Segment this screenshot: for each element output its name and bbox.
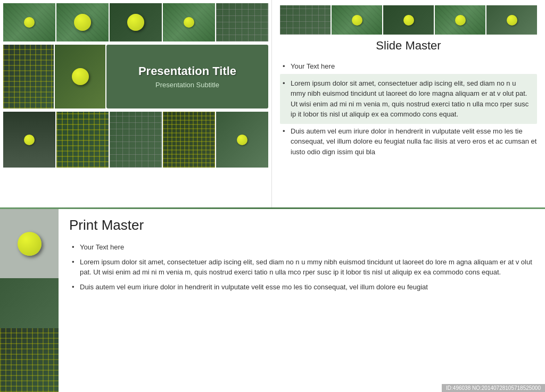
watermark: ID:496038 NO:20140728105718525000 [442,384,545,392]
thumb-8 [3,112,55,168]
thumb-5 [216,3,268,41]
top-image-row3 [0,110,271,171]
thumb-1 [3,3,55,41]
print-master-section: Print Master Your Text here Lorem ipsum … [0,209,545,392]
slide-master-title: Slide Master [280,39,537,53]
pm-ball-image [0,209,59,278]
slide-master-panel: Slide Master Your Text here Lorem ipsum … [271,0,545,207]
presentation-subtitle: Presentation Subtitle [155,81,219,89]
thumb-7 [55,45,105,109]
print-master-bullets: Your Text here Lorem ipsum dolor sit ame… [69,240,534,294]
bullet-3: Duis autem vel eum iriure dolor in hendr… [280,124,537,160]
bullet-2: Lorem ipsum dolor sit amet, consectetuer… [280,74,537,124]
print-master-images [0,209,59,392]
top-image-row2: Presentation Title Presentation Subtitle [0,43,271,110]
thumb-3 [110,3,162,41]
presentation-title: Presentation Title [138,64,236,78]
pm-racket-image [0,328,59,392]
pm-bullet-3: Duis autem vel eum iriure dolor in hendr… [69,280,534,295]
pm-court-image [0,278,59,328]
sm-thumb-5 [486,5,537,35]
bullet-1: Your Text here [280,59,537,74]
slide-master-images [280,5,537,35]
print-master-content: Print Master Your Text here Lorem ipsum … [59,209,545,392]
sm-thumb-4 [435,5,485,35]
top-image-row1 [0,0,271,43]
thumb-2 [56,3,109,41]
thumb-9 [56,112,109,168]
slide-master-bullets: Your Text here Lorem ipsum dolor sit ame… [280,59,537,159]
pm-bullet-2: Lorem ipsum dolor sit amet, consectetuer… [69,255,534,280]
thumb-6 [3,45,54,109]
thumb-10 [110,112,162,168]
sm-thumb-3 [383,5,434,35]
slide-preview: Presentation Title Presentation Subtitle [0,0,271,207]
sm-thumb-1 [280,5,331,35]
sm-thumb-2 [332,5,382,35]
pm-bullet-1: Your Text here [69,240,534,255]
thumb-4 [163,3,215,41]
thumb-12 [216,112,268,168]
thumb-11 [163,112,215,168]
print-master-title: Print Master [69,217,534,233]
title-box: Presentation Title Presentation Subtitle [106,45,268,109]
